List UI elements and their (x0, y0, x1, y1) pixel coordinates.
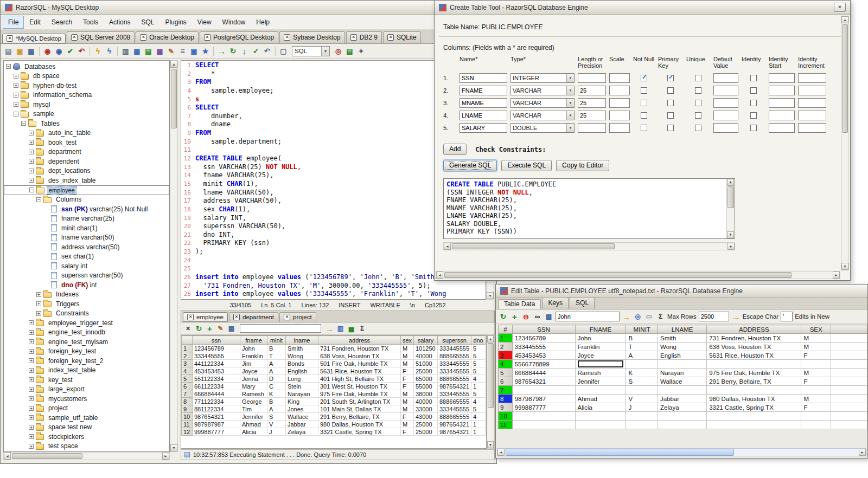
menu-search[interactable]: Search (46, 16, 78, 29)
row-number-cell[interactable]: 9 (499, 403, 513, 412)
menu-plugins[interactable]: Plugins (159, 16, 192, 29)
edit-table-titlebar[interactable]: Edit Table - PUBLIC.EMPLOYEE utf8_notepa… (496, 285, 867, 298)
identity-checkbox[interactable] (750, 112, 757, 119)
add-column-button[interactable]: Add (443, 144, 467, 155)
edit-table-cell[interactable]: 731 Fondren, Houston TX (707, 334, 801, 343)
edit-table-cell[interactable] (658, 360, 707, 369)
unique-checkbox[interactable] (695, 100, 701, 106)
not-null-checkbox[interactable] (641, 100, 647, 106)
chevron-down-icon[interactable]: ▼ (566, 86, 574, 95)
edit-table-cell[interactable]: F (801, 351, 831, 360)
results-row[interactable]: 6661122334MaryCStein301 West St. Houston… (182, 383, 486, 390)
identity-increment-input[interactable] (798, 73, 826, 83)
scroll-up-icon[interactable]: ▲ (727, 179, 734, 186)
export-grid-icon[interactable]: ▥ (336, 324, 345, 333)
column-type-select[interactable]: INTEGER▼ (510, 73, 575, 83)
import-data-icon[interactable]: ◉ (42, 46, 53, 56)
window-horizontal-scrollbar[interactable]: ◄ ► (436, 271, 840, 279)
tree-expander-icon[interactable]: − (29, 188, 34, 192)
scroll-right-icon[interactable]: ► (162, 453, 169, 460)
tree-expander-icon[interactable]: + (29, 415, 34, 420)
scroll-down-icon[interactable]: ▼ (841, 263, 848, 270)
chevron-down-icon[interactable]: ▼ (566, 111, 574, 120)
close-tab-icon[interactable]: ✕ (187, 314, 194, 320)
edit-table-cell[interactable]: 980 Dallas, Houston TX (707, 395, 801, 403)
result-tab[interactable]: ✕project (279, 312, 316, 322)
edit-table-cell[interactable]: M (801, 343, 831, 351)
column-name-input[interactable] (459, 73, 507, 83)
tree-item[interactable]: sex char(1) (4, 252, 169, 262)
edit-table-cell[interactable]: S (626, 377, 658, 386)
tree-expander-icon[interactable]: + (29, 178, 34, 183)
edit-table-row[interactable]: 10 (499, 412, 867, 421)
tree-expander-icon[interactable]: + (29, 368, 34, 373)
scroll-right-icon[interactable]: ► (727, 243, 735, 250)
copy-results-icon[interactable]: ▥ (120, 46, 131, 56)
edit-table-cell[interactable]: Ahmad (575, 395, 626, 403)
tree-item[interactable]: +engine_test_myisam (4, 337, 169, 347)
tree-expander-icon[interactable]: + (29, 150, 34, 154)
menu-sql[interactable]: SQL (136, 16, 159, 29)
close-tab-icon[interactable]: ✕ (284, 34, 290, 41)
edit-table-cell[interactable]: Wallace (658, 377, 707, 386)
edit-table-cell[interactable] (575, 386, 626, 395)
row-number-cell[interactable]: 11 (499, 421, 513, 429)
query-builder-icon[interactable]: ▦ (155, 46, 165, 56)
edit-cell-icon[interactable]: ✎ (216, 324, 225, 333)
edit-column-header[interactable]: LNAME (658, 325, 707, 334)
results-column-header[interactable]: address (318, 336, 401, 345)
default-value-input[interactable] (713, 111, 738, 120)
edit-table-cell[interactable] (626, 386, 658, 395)
scroll-left-icon[interactable]: ◄ (4, 453, 11, 460)
tree-expander-icon[interactable]: + (29, 406, 34, 411)
tree-item[interactable]: +information_schema (4, 91, 169, 100)
edit-table-cell[interactable]: 638 Voss, Houston TX (707, 343, 801, 351)
menu-tools[interactable]: Tools (78, 16, 104, 29)
connection-tab[interactable]: ✕PostgreSQL Desktop (200, 31, 278, 43)
close-tab-icon[interactable]: ✕ (350, 34, 357, 41)
tree-item[interactable]: +dept_locations (4, 166, 169, 176)
execute-all-icon[interactable]: ϟ (104, 46, 114, 56)
connection-tab[interactable]: ✕DB2 9 (346, 31, 382, 43)
unique-checkbox[interactable] (695, 112, 701, 119)
tree-expander-icon[interactable]: − (36, 197, 41, 202)
tree-item[interactable]: −Columns (4, 195, 169, 205)
edit-table-row[interactable]: 6987654321JenniferSWallace291 Berry, Bel… (499, 377, 867, 386)
results-row[interactable]: 5551122334JennaDLong401 High St, Bellair… (182, 375, 486, 383)
tree-item[interactable]: +Constraints (4, 309, 169, 319)
tree-expander-icon[interactable]: + (29, 425, 34, 430)
tree-expander-icon[interactable]: + (29, 377, 34, 382)
tree-item[interactable]: address varchar(50) (4, 242, 169, 252)
tree-item[interactable]: ssn (PK) varchar(25) Not Null (4, 204, 169, 214)
edit-table-cell[interactable]: Zelaya (658, 403, 707, 412)
edit-table-cell[interactable] (707, 412, 801, 421)
eraser-icon[interactable]: ▭ (644, 312, 654, 321)
edit-table-cell[interactable]: M (801, 369, 831, 377)
results-column-header[interactable] (182, 336, 193, 345)
scale-input[interactable] (609, 123, 630, 133)
sql-horizontal-scrollbar[interactable]: ◄ ► (443, 242, 735, 250)
length-input[interactable] (578, 123, 606, 133)
results-column-header[interactable]: ssn (193, 336, 240, 345)
identity-increment-input[interactable] (798, 86, 826, 95)
scrollbar-thumb[interactable] (506, 449, 734, 456)
tab-table-data[interactable]: Table Data (498, 299, 541, 309)
scroll-down-icon[interactable]: ▼ (727, 231, 734, 238)
edit-table-cell[interactable]: 3321 Castle, Spring TX (707, 403, 801, 412)
connection-tab[interactable]: ✕SQL Server 2008 (67, 31, 135, 43)
edit-table-cell[interactable]: K (626, 369, 658, 377)
close-tab-icon[interactable]: ✕ (204, 34, 210, 41)
scroll-down-icon[interactable]: ▼ (170, 444, 177, 451)
identity-start-input[interactable] (769, 123, 795, 133)
scrollbar-thumb[interactable] (727, 186, 734, 208)
tree-item[interactable]: +index_test_table (4, 366, 169, 376)
tree-item[interactable]: −Tables (4, 119, 169, 128)
edit-table-cell[interactable] (707, 386, 801, 395)
scale-input[interactable] (609, 98, 630, 108)
edit-table-cell[interactable]: A (626, 351, 658, 360)
results-column-header[interactable]: superssn (438, 336, 471, 345)
edit-table-cell[interactable]: Jennifer (575, 377, 626, 386)
sql-vertical-scrollbar[interactable]: ▲ ▼ (726, 179, 735, 238)
chevron-down-icon[interactable]: ▼ (566, 99, 574, 107)
tree-expander-icon[interactable]: + (29, 349, 34, 354)
